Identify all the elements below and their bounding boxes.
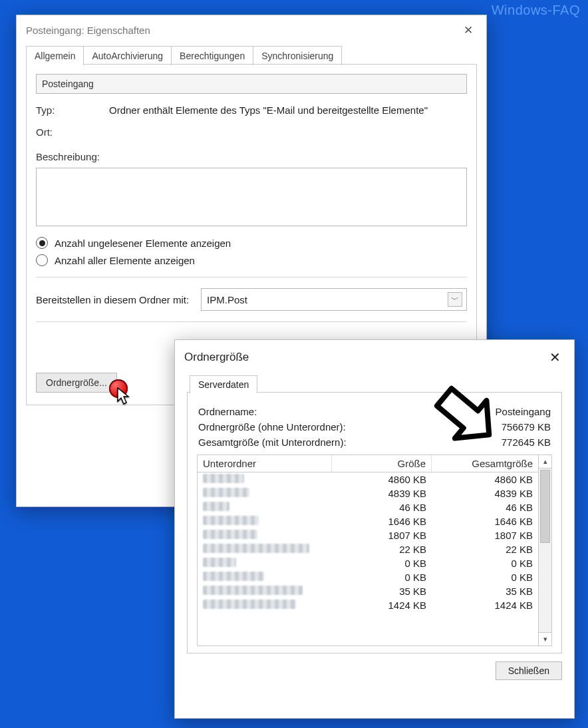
cell-total: 46 KB [432, 500, 538, 514]
table-row[interactable]: 1646 KB1646 KB [198, 514, 538, 528]
cursor-icon [117, 387, 132, 406]
redacted-name [203, 530, 257, 539]
cell-size: 0 KB [332, 570, 432, 584]
cell-total: 4860 KB [432, 472, 538, 486]
redacted-name [203, 544, 309, 553]
type-label: Typ: [36, 104, 109, 116]
cell-size: 1424 KB [332, 598, 432, 612]
size-nosub-value: 756679 KB [502, 421, 551, 433]
redacted-name [203, 516, 259, 525]
cell-total: 35 KB [432, 584, 538, 598]
table-row[interactable]: 1807 KB1807 KB [198, 528, 538, 542]
cell-size: 1807 KB [332, 528, 432, 542]
close-icon[interactable]: ✕ [545, 348, 565, 367]
cell-size: 1646 KB [332, 514, 432, 528]
cell-size: 35 KB [332, 584, 432, 598]
col-subfolder[interactable]: Unterordner [198, 455, 332, 472]
radio-unread-label: Anzahl ungelesener Elemente anzeigen [55, 238, 231, 249]
provide-value: IPM.Post [207, 294, 247, 305]
cell-size: 22 KB [332, 542, 432, 556]
tab-serverdata[interactable]: Serverdaten [190, 375, 257, 393]
scroll-thumb[interactable] [540, 470, 550, 543]
tab-sync[interactable]: Synchronisierung [253, 46, 342, 65]
radio-all-label: Anzahl aller Elemente anzeigen [55, 255, 195, 266]
cell-total: 4839 KB [432, 486, 538, 500]
cell-total: 1424 KB [432, 598, 538, 612]
foldername-label: Ordnername: [198, 406, 257, 417]
cell-total: 0 KB [432, 556, 538, 570]
tab-autoarchive[interactable]: AutoArchivierung [83, 46, 172, 65]
cell-size: 46 KB [332, 500, 432, 514]
window-title: Posteingang: Eigenschaften [26, 25, 150, 36]
description-label: Beschreibung: [36, 151, 100, 162]
redacted-name [203, 558, 236, 567]
redacted-name [203, 488, 249, 497]
provide-label: Bereitstellen in diesem Ordner mit: [36, 294, 189, 305]
tab-permissions[interactable]: Berechtigungen [171, 46, 253, 65]
arrow-annotation-icon [423, 381, 503, 460]
type-value: Ordner enthält Elemente des Typs "E-Mail… [109, 104, 467, 116]
folder-size-button[interactable]: Ordnergröße... [36, 373, 117, 393]
radio-unread[interactable] [36, 237, 48, 249]
table-row[interactable]: 35 KB35 KB [198, 584, 538, 598]
redacted-name [203, 600, 296, 609]
table-row[interactable]: 22 KB22 KB [198, 542, 538, 556]
cell-size: 4860 KB [332, 472, 432, 486]
redacted-name [203, 572, 264, 581]
cell-total: 0 KB [432, 570, 538, 584]
size-window-title: Ordnergröße [184, 351, 249, 364]
col-size[interactable]: Größe [332, 455, 432, 472]
close-button[interactable]: Schließen [496, 661, 562, 680]
provide-select[interactable]: IPM.Post ﹀ [201, 288, 467, 311]
table-row[interactable]: 1424 KB1424 KB [198, 598, 538, 612]
description-input[interactable] [36, 168, 467, 226]
size-nosub-label: Ordnergröße (ohne Unterordner): [198, 421, 346, 433]
scroll-down-icon[interactable]: ▾ [539, 632, 551, 645]
cell-total: 22 KB [432, 542, 538, 556]
tab-strip: Allgemein AutoArchivierung Berechtigunge… [17, 45, 486, 65]
folder-name-field[interactable]: Posteingang [36, 74, 467, 94]
subfolder-table: Unterordner Größe Gesamtgröße 4860 KB486… [197, 455, 552, 646]
chevron-down-icon[interactable]: ﹀ [448, 292, 462, 307]
tab-general[interactable]: Allgemein [26, 46, 84, 65]
location-value [109, 126, 467, 138]
cell-size: 4839 KB [332, 486, 432, 500]
titlebar: Posteingang: Eigenschaften ✕ [17, 15, 486, 45]
size-titlebar: Ordnergröße ✕ [175, 340, 574, 375]
scrollbar[interactable]: ▴ ▾ [538, 455, 551, 645]
table-row[interactable]: 46 KB46 KB [198, 500, 538, 514]
table-row[interactable]: 4860 KB4860 KB [198, 472, 538, 486]
table-row[interactable]: 4839 KB4839 KB [198, 486, 538, 500]
size-total-label: Gesamtgröße (mit Unterordnern): [198, 437, 347, 448]
folder-size-window: Ordnergröße ✕ Serverdaten Ordnername: Po… [174, 339, 575, 719]
redacted-name [203, 586, 303, 595]
cell-total: 1646 KB [432, 514, 538, 528]
scroll-up-icon[interactable]: ▴ [539, 455, 551, 468]
foldername-value: Posteingang [496, 406, 551, 417]
size-body: Ordnername: Posteingang Ordnergröße (ohn… [187, 393, 562, 653]
size-total-value: 772645 KB [502, 437, 551, 448]
watermark-text: Windows-FAQ [492, 3, 580, 18]
cell-size: 0 KB [332, 556, 432, 570]
radio-all[interactable] [36, 254, 48, 266]
table-row[interactable]: 0 KB0 KB [198, 556, 538, 570]
cell-total: 1807 KB [432, 528, 538, 542]
table-row[interactable]: 0 KB0 KB [198, 570, 538, 584]
redacted-name [203, 474, 244, 483]
location-label: Ort: [36, 126, 109, 138]
close-icon[interactable]: ✕ [460, 22, 477, 39]
redacted-name [203, 502, 229, 511]
